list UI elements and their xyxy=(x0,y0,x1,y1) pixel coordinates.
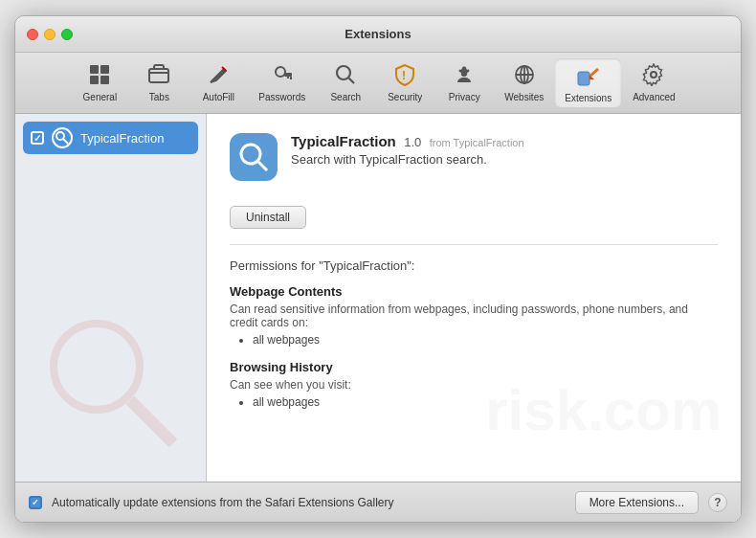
svg-point-24 xyxy=(241,145,260,164)
svg-line-10 xyxy=(349,78,355,84)
permission-desc-0: Can read sensitive information from webp… xyxy=(230,303,718,329)
permission-heading-1: Browsing History xyxy=(230,360,718,374)
more-extensions-button[interactable]: More Extensions... xyxy=(575,491,699,514)
detail-name: TypicalFraction xyxy=(291,133,396,149)
detail-from: from TypicalFraction xyxy=(430,137,524,148)
privacy-icon xyxy=(453,63,476,90)
extension-item-typicalfraction[interactable]: TypicalFraction xyxy=(23,122,198,154)
extension-list-icon xyxy=(52,127,73,148)
extension-list-name: TypicalFraction xyxy=(80,131,164,146)
tabs-label: Tabs xyxy=(149,92,169,102)
svg-point-5 xyxy=(276,67,285,77)
advanced-icon xyxy=(642,63,665,90)
detail-header: TypicalFraction 1.0 from TypicalFraction… xyxy=(230,133,718,181)
traffic-lights xyxy=(27,29,73,40)
auto-update-checkbox[interactable] xyxy=(29,496,42,509)
detail-info: TypicalFraction 1.0 from TypicalFraction… xyxy=(291,133,718,167)
toolbar-item-tabs[interactable]: Tabs xyxy=(130,59,188,106)
window-title: Extensions xyxy=(345,27,411,41)
privacy-label: Privacy xyxy=(449,92,480,102)
toolbar-item-general[interactable]: General xyxy=(71,59,128,106)
extension-checkbox[interactable] xyxy=(31,131,44,145)
search-icon xyxy=(334,63,357,90)
permission-desc-1: Can see when you visit: xyxy=(230,378,718,392)
tabs-icon xyxy=(147,63,170,90)
svg-line-25 xyxy=(258,162,267,170)
svg-rect-3 xyxy=(100,76,109,84)
uninstall-button[interactable]: Uninstall xyxy=(230,206,306,229)
svg-rect-1 xyxy=(100,65,109,74)
toolbar-item-search[interactable]: Search xyxy=(317,59,374,106)
left-watermark xyxy=(15,309,206,453)
permission-webpage-contents: Webpage Contents Can read sensitive info… xyxy=(230,284,718,347)
extension-detail: TypicalFraction 1.0 from TypicalFraction… xyxy=(207,114,741,482)
advanced-label: Advanced xyxy=(633,92,675,102)
websites-icon xyxy=(513,63,536,90)
maximize-button[interactable] xyxy=(61,29,73,40)
svg-text:!: ! xyxy=(402,69,406,82)
extensions-icon xyxy=(576,62,601,91)
permissions-title: Permissions for "TypicalFraction": xyxy=(230,258,718,273)
svg-point-9 xyxy=(337,66,350,79)
detail-title-line: TypicalFraction 1.0 from TypicalFraction xyxy=(291,133,718,150)
svg-point-20 xyxy=(56,132,64,140)
toolbar-item-autofill[interactable]: AutoFill xyxy=(189,59,247,106)
extensions-list: TypicalFraction xyxy=(15,114,207,482)
toolbar-item-extensions[interactable]: Extensions xyxy=(555,58,621,107)
title-bar: Extensions xyxy=(15,16,741,53)
security-label: Security xyxy=(388,92,422,102)
bottom-bar: Automatically update extensions from the… xyxy=(15,482,741,522)
toolbar: General Tabs AutoFill xyxy=(15,53,741,114)
toolbar-item-advanced[interactable]: Advanced xyxy=(623,59,684,106)
extensions-window: Extensions General Tab xyxy=(14,15,742,523)
detail-description: Search with TypicalFraction search. xyxy=(291,152,718,167)
security-icon: ! xyxy=(393,63,416,90)
content-area: TypicalFraction xyxy=(15,114,741,482)
svg-line-21 xyxy=(63,139,68,144)
search-label: Search xyxy=(330,92,361,102)
websites-label: Websites xyxy=(504,92,544,102)
svg-rect-0 xyxy=(90,65,99,74)
passwords-icon xyxy=(271,63,294,90)
permission-list-1: all webpages xyxy=(230,395,718,409)
general-label: General xyxy=(83,92,118,102)
passwords-label: Passwords xyxy=(258,92,305,102)
svg-rect-4 xyxy=(149,69,168,82)
svg-rect-8 xyxy=(287,77,289,78)
permission-list-0: all webpages xyxy=(230,333,718,347)
help-button[interactable]: ? xyxy=(708,493,727,512)
close-button[interactable] xyxy=(27,29,38,40)
section-divider xyxy=(230,244,718,245)
svg-point-22 xyxy=(54,324,140,410)
svg-marker-17 xyxy=(589,68,599,77)
toolbar-item-privacy[interactable]: Privacy xyxy=(435,59,493,106)
svg-rect-6 xyxy=(284,73,292,77)
svg-rect-16 xyxy=(578,72,589,85)
minimize-button[interactable] xyxy=(44,29,56,40)
toolbar-item-websites[interactable]: Websites xyxy=(495,59,553,106)
detail-version: 1.0 xyxy=(404,135,421,149)
permission-heading-0: Webpage Contents xyxy=(230,284,718,299)
extensions-label: Extensions xyxy=(565,93,611,103)
svg-rect-2 xyxy=(90,76,99,84)
detail-icon xyxy=(230,133,278,181)
permission-list-item: all webpages xyxy=(253,395,718,409)
toolbar-item-security[interactable]: ! Security xyxy=(376,59,434,106)
autofill-label: AutoFill xyxy=(203,92,234,102)
permission-browsing-history: Browsing History Can see when you visit:… xyxy=(230,360,718,409)
svg-line-23 xyxy=(130,400,173,443)
toolbar-item-passwords[interactable]: Passwords xyxy=(249,59,315,106)
general-icon xyxy=(88,63,111,90)
permission-list-item: all webpages xyxy=(253,333,718,347)
svg-rect-7 xyxy=(290,77,292,79)
autofill-icon xyxy=(207,63,230,90)
auto-update-label: Automatically update extensions from the… xyxy=(52,496,566,509)
